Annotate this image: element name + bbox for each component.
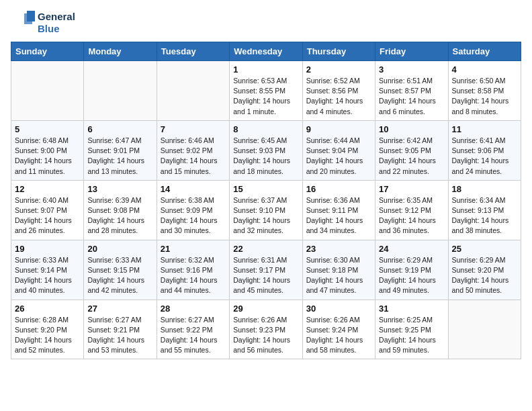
day-number: 12 [15,184,80,194]
day-info: Sunrise: 6:47 AMSunset: 9:01 PMDaylight:… [87,136,152,177]
header: General Blue [11,11,521,35]
day-number: 8 [233,124,298,134]
day-cell: 8Sunrise: 6:45 AMSunset: 9:03 PMDaylight… [230,120,302,180]
day-info: Sunrise: 6:44 AMSunset: 9:04 PMDaylight:… [306,136,371,177]
day-cell: 21Sunrise: 6:32 AMSunset: 9:16 PMDayligh… [157,240,229,300]
day-info: Sunrise: 6:39 AMSunset: 9:08 PMDaylight:… [87,195,152,236]
day-number: 16 [306,184,371,194]
header-row: SundayMondayTuesdayWednesdayThursdayFrid… [11,42,521,61]
day-cell: 24Sunrise: 6:29 AMSunset: 9:19 PMDayligh… [375,240,448,300]
day-number: 13 [87,184,152,194]
day-cell: 17Sunrise: 6:35 AMSunset: 9:12 PMDayligh… [375,180,448,240]
day-info: Sunrise: 6:25 AMSunset: 9:25 PMDaylight:… [379,315,444,356]
day-info: Sunrise: 6:30 AMSunset: 9:18 PMDaylight:… [306,255,371,296]
day-number: 18 [452,184,517,194]
day-info: Sunrise: 6:35 AMSunset: 9:12 PMDaylight:… [379,195,444,236]
header-cell-saturday: Saturday [448,42,521,61]
day-cell: 4Sunrise: 6:50 AMSunset: 8:58 PMDaylight… [448,61,521,121]
day-number: 26 [15,304,80,314]
logo-text-general: General [38,11,75,23]
day-cell: 18Sunrise: 6:34 AMSunset: 9:13 PMDayligh… [448,180,521,240]
day-cell: 27Sunrise: 6:27 AMSunset: 9:21 PMDayligh… [84,300,157,359]
day-number: 17 [379,184,444,194]
day-cell: 13Sunrise: 6:39 AMSunset: 9:08 PMDayligh… [84,180,157,240]
day-info: Sunrise: 6:27 AMSunset: 9:21 PMDaylight:… [87,315,152,356]
day-info: Sunrise: 6:34 AMSunset: 9:13 PMDaylight:… [452,195,517,236]
day-info: Sunrise: 6:40 AMSunset: 9:07 PMDaylight:… [15,195,80,236]
week-row-3: 12Sunrise: 6:40 AMSunset: 9:07 PMDayligh… [11,180,521,240]
day-cell: 25Sunrise: 6:29 AMSunset: 9:20 PMDayligh… [448,240,521,300]
day-info: Sunrise: 6:26 AMSunset: 9:24 PMDaylight:… [306,315,371,356]
logo: General Blue [11,11,75,35]
calendar-table: SundayMondayTuesdayWednesdayThursdayFrid… [11,42,521,359]
day-number: 29 [233,304,298,314]
day-info: Sunrise: 6:52 AMSunset: 8:56 PMDaylight:… [306,76,371,117]
day-cell: 5Sunrise: 6:48 AMSunset: 9:00 PMDaylight… [11,120,84,180]
day-cell: 3Sunrise: 6:51 AMSunset: 8:57 PMDaylight… [375,61,448,121]
header-cell-monday: Monday [84,42,157,61]
header-cell-tuesday: Tuesday [157,42,229,61]
day-cell [448,300,521,359]
day-info: Sunrise: 6:37 AMSunset: 9:10 PMDaylight:… [233,195,298,236]
day-number: 10 [379,124,444,134]
day-cell: 26Sunrise: 6:28 AMSunset: 9:20 PMDayligh… [11,300,84,359]
week-row-1: 1Sunrise: 6:53 AMSunset: 8:55 PMDaylight… [11,61,521,121]
day-info: Sunrise: 6:33 AMSunset: 9:14 PMDaylight:… [15,255,80,296]
day-cell: 31Sunrise: 6:25 AMSunset: 9:25 PMDayligh… [375,300,448,359]
day-number: 27 [87,304,152,314]
day-cell [157,61,229,121]
day-number: 19 [15,244,80,254]
day-number: 24 [379,244,444,254]
week-row-2: 5Sunrise: 6:48 AMSunset: 9:00 PMDaylight… [11,120,521,180]
day-number: 21 [161,244,226,254]
day-info: Sunrise: 6:51 AMSunset: 8:57 PMDaylight:… [379,76,444,117]
day-cell: 11Sunrise: 6:41 AMSunset: 9:06 PMDayligh… [448,120,521,180]
day-number: 28 [161,304,226,314]
day-number: 23 [306,244,371,254]
day-cell: 6Sunrise: 6:47 AMSunset: 9:01 PMDaylight… [84,120,157,180]
day-number: 7 [161,124,226,134]
day-cell: 1Sunrise: 6:53 AMSunset: 8:55 PMDaylight… [230,61,302,121]
day-info: Sunrise: 6:31 AMSunset: 9:17 PMDaylight:… [233,255,298,296]
day-info: Sunrise: 6:38 AMSunset: 9:09 PMDaylight:… [161,195,226,236]
day-cell: 15Sunrise: 6:37 AMSunset: 9:10 PMDayligh… [230,180,302,240]
day-number: 6 [87,124,152,134]
day-info: Sunrise: 6:41 AMSunset: 9:06 PMDaylight:… [452,136,517,177]
day-number: 30 [306,304,371,314]
logo-svg [11,11,35,35]
day-info: Sunrise: 6:46 AMSunset: 9:02 PMDaylight:… [161,136,226,177]
header-cell-friday: Friday [375,42,448,61]
day-number: 25 [452,244,517,254]
day-cell: 28Sunrise: 6:27 AMSunset: 9:22 PMDayligh… [157,300,229,359]
day-cell [11,61,84,121]
week-row-4: 19Sunrise: 6:33 AMSunset: 9:14 PMDayligh… [11,240,521,300]
day-info: Sunrise: 6:42 AMSunset: 9:05 PMDaylight:… [379,136,444,177]
day-cell: 7Sunrise: 6:46 AMSunset: 9:02 PMDaylight… [157,120,229,180]
day-number: 2 [306,64,371,75]
day-number: 15 [233,184,298,194]
day-cell: 20Sunrise: 6:33 AMSunset: 9:15 PMDayligh… [84,240,157,300]
day-cell: 2Sunrise: 6:52 AMSunset: 8:56 PMDaylight… [302,61,375,121]
day-info: Sunrise: 6:45 AMSunset: 9:03 PMDaylight:… [233,136,298,177]
day-number: 14 [161,184,226,194]
day-number: 3 [379,64,444,75]
day-cell: 14Sunrise: 6:38 AMSunset: 9:09 PMDayligh… [157,180,229,240]
day-cell [84,61,157,121]
day-cell: 10Sunrise: 6:42 AMSunset: 9:05 PMDayligh… [375,120,448,180]
day-number: 20 [87,244,152,254]
day-info: Sunrise: 6:29 AMSunset: 9:19 PMDaylight:… [379,255,444,296]
day-cell: 19Sunrise: 6:33 AMSunset: 9:14 PMDayligh… [11,240,84,300]
day-number: 22 [233,244,298,254]
day-info: Sunrise: 6:48 AMSunset: 9:00 PMDaylight:… [15,136,80,177]
day-number: 4 [452,64,517,75]
day-info: Sunrise: 6:27 AMSunset: 9:22 PMDaylight:… [161,315,226,356]
day-cell: 9Sunrise: 6:44 AMSunset: 9:04 PMDaylight… [302,120,375,180]
day-info: Sunrise: 6:32 AMSunset: 9:16 PMDaylight:… [161,255,226,296]
day-cell: 22Sunrise: 6:31 AMSunset: 9:17 PMDayligh… [230,240,302,300]
header-cell-thursday: Thursday [302,42,375,61]
day-info: Sunrise: 6:33 AMSunset: 9:15 PMDaylight:… [87,255,152,296]
header-cell-wednesday: Wednesday [230,42,302,61]
day-info: Sunrise: 6:53 AMSunset: 8:55 PMDaylight:… [233,76,298,117]
day-cell: 16Sunrise: 6:36 AMSunset: 9:11 PMDayligh… [302,180,375,240]
day-number: 31 [379,304,444,314]
